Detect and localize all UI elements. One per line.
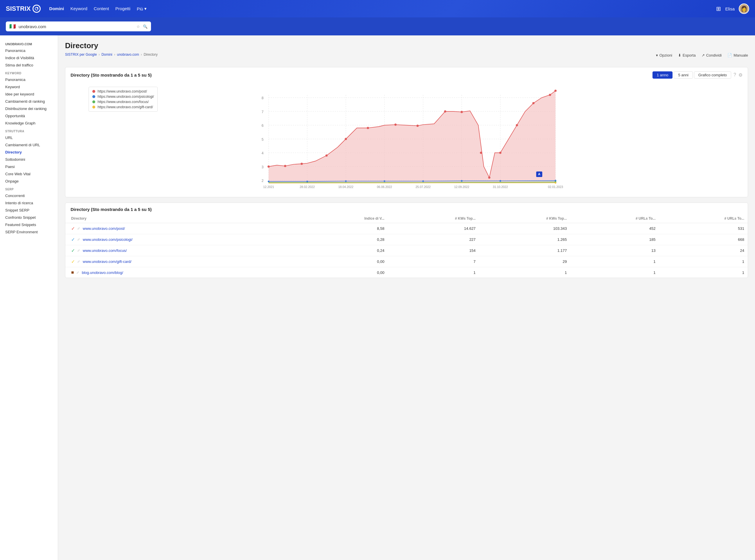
nav-content[interactable]: Content	[94, 6, 109, 11]
sidebar-item-kw-keyword[interactable]: Keyword	[0, 83, 58, 91]
svg-point-39	[532, 102, 535, 104]
col-indice[interactable]: Indice di V...	[299, 214, 388, 223]
indice-3: 0,00	[299, 256, 388, 267]
legend-label-giftcard: https://www.unobravo.com/gift-card/	[98, 105, 153, 109]
svg-point-53	[555, 182, 556, 184]
breadcrumb: SISTRIX per Google › Domini › unobravo.c…	[65, 53, 158, 57]
dir-link-0[interactable]: www.unobravo.com/post/	[83, 226, 125, 231]
svg-point-32	[417, 125, 419, 127]
check-icon-1[interactable]: ✓	[71, 237, 75, 242]
svg-point-30	[367, 127, 369, 129]
time-completo[interactable]: Grafico completo	[694, 72, 731, 79]
sidebar-item-directory[interactable]: Directory	[0, 148, 58, 156]
sidebar-item-kw-opportunita[interactable]: Opportunità	[0, 112, 58, 120]
sidebar-item-kw-distribuzione[interactable]: Distribuzione dei ranking	[0, 105, 58, 112]
logo-text: SISTRIX	[6, 5, 31, 13]
table-row: ■ ⤢ blog.unobravo.com/blog/ 0,00 1 1 1 1	[65, 267, 748, 278]
breadcrumb-sistrix[interactable]: SISTRIX per Google	[65, 53, 97, 57]
sidebar-section-serp: SERP	[0, 185, 58, 192]
legend-dot-post	[92, 90, 95, 93]
svg-text:18.04.2022: 18.04.2022	[338, 185, 353, 188]
breadcrumb-domini[interactable]: Domini	[101, 53, 112, 57]
nav-progetti[interactable]: Progetti	[115, 6, 130, 11]
star-icon[interactable]: ☆	[136, 24, 140, 29]
svg-point-50	[500, 180, 501, 182]
nav-piu-button[interactable]: Più ▾	[137, 6, 147, 11]
help-icon[interactable]: ?	[734, 72, 736, 78]
svg-text:5: 5	[262, 138, 264, 142]
svg-point-28	[326, 154, 328, 157]
indice-0: 8,58	[299, 223, 388, 234]
search-input[interactable]	[19, 24, 134, 29]
check-icon-2[interactable]: ✓	[71, 248, 75, 253]
nav-domini[interactable]: Domini	[50, 6, 64, 11]
legend-label-post: https://www.unobravo.com/post/	[98, 89, 147, 94]
svg-point-37	[499, 152, 502, 154]
sidebar-item-concorrenti[interactable]: Concorrenti	[0, 192, 58, 199]
opzioni-button[interactable]: ▾ Opzioni	[656, 53, 672, 57]
sidebar-item-featured[interactable]: Featured Snippets	[0, 221, 58, 228]
legend-dot-focus	[92, 100, 95, 103]
dir-link-1[interactable]: www.unobravo.com/psicologi/	[83, 237, 132, 242]
sidebar-item-cwv[interactable]: Core Web Vital	[0, 170, 58, 178]
download-icon: ⬇	[678, 53, 681, 57]
check-icon-3[interactable]: ✓	[71, 259, 75, 264]
ext-icon-1: ⤢	[77, 238, 80, 241]
condividi-button[interactable]: ↗ Condividi	[701, 53, 722, 57]
sidebar-item-kw-cambiamenti[interactable]: Cambiamenti di ranking	[0, 98, 58, 105]
check-icon-4[interactable]: ■	[71, 270, 74, 275]
dir-link-2[interactable]: www.unobravo.com/focus/	[83, 248, 127, 253]
sidebar-item-url[interactable]: URL	[0, 134, 58, 141]
svg-point-31	[394, 124, 397, 126]
breadcrumb-domain[interactable]: unobravo.com	[117, 53, 139, 57]
manuale-button[interactable]: 📄 Manuale	[728, 53, 748, 57]
esporta-button[interactable]: ⬇ Esporta	[678, 53, 696, 57]
check-icon-0[interactable]: ✓	[71, 226, 75, 231]
page-header: Directory SISTRIX per Google › Domini › …	[65, 41, 748, 62]
sidebar-item-kw-panoramica[interactable]: Panoramica	[0, 76, 58, 83]
sidebar-item-confronto[interactable]: Confronto Snippet	[0, 214, 58, 221]
nav-keyword[interactable]: Keyword	[70, 6, 87, 11]
sidebar-item-sottodomini[interactable]: Sottodomini	[0, 156, 58, 163]
sidebar-item-visibilita[interactable]: Indice di Visibilità	[0, 54, 58, 61]
col-kw1[interactable]: # KWs Top...	[388, 214, 479, 223]
svg-point-34	[461, 111, 463, 113]
search-icon[interactable]: 🔍	[143, 24, 148, 29]
legend-dot-giftcard	[92, 106, 95, 108]
svg-point-25	[268, 165, 270, 168]
svg-point-35	[480, 152, 482, 154]
legend-item-focus: https://www.unobravo.com/focus/	[92, 100, 154, 104]
dir-link-3[interactable]: www.unobravo.com/gift-card/	[83, 259, 132, 264]
svg-text:7: 7	[262, 110, 264, 114]
sidebar-item-snippet-serp[interactable]: Snippet SERP	[0, 206, 58, 214]
time-1anno[interactable]: 1 anno	[653, 72, 673, 79]
col-kw2[interactable]: # KWs Top...	[479, 214, 570, 223]
sidebar-item-kw-knowledge[interactable]: Knowledge Graph	[0, 120, 58, 127]
header: SISTRIX Domini Keyword Content Progetti …	[0, 0, 755, 17]
url1-3: 1	[570, 256, 659, 267]
kw1-2: 154	[388, 245, 479, 256]
table-row: ✓ ⤢ www.unobravo.com/gift-card/ 0,00 7 2…	[65, 256, 748, 267]
sidebar-item-kw-idee[interactable]: Idee per keyword	[0, 91, 58, 98]
kw2-4: 1	[479, 267, 570, 278]
indice-1: 0,28	[299, 234, 388, 245]
dir-link-4[interactable]: blog.unobravo.com/blog/	[82, 271, 123, 275]
col-url1[interactable]: # URLs To...	[570, 214, 659, 223]
grid-icon[interactable]: ⊞	[716, 5, 721, 12]
avatar: 👩	[739, 3, 749, 14]
time-5anni[interactable]: 5 anni	[674, 72, 693, 79]
user-name: Elisa	[725, 6, 735, 11]
svg-point-27	[301, 163, 303, 165]
sidebar-item-onpage[interactable]: Onpage	[0, 178, 58, 185]
sidebar-item-traffico[interactable]: Stima del traffico	[0, 61, 58, 69]
sidebar-item-paesi[interactable]: Paesi	[0, 163, 58, 170]
settings-icon[interactable]: ⚙	[738, 72, 742, 78]
chart-header: Directory (Sto mostrando da 1 a 5 su 5) …	[65, 67, 748, 81]
sidebar-item-intento[interactable]: Intento di ricerca	[0, 199, 58, 206]
col-url2[interactable]: # URLs To...	[659, 214, 748, 223]
svg-point-26	[284, 165, 286, 167]
sidebar-item-url-cambiamenti[interactable]: Cambiamenti di URL	[0, 141, 58, 148]
sidebar-item-panoramica[interactable]: Panoramica	[0, 47, 58, 54]
sidebar-item-serp-env[interactable]: SERP Environment	[0, 228, 58, 236]
kw1-3: 7	[388, 256, 479, 267]
